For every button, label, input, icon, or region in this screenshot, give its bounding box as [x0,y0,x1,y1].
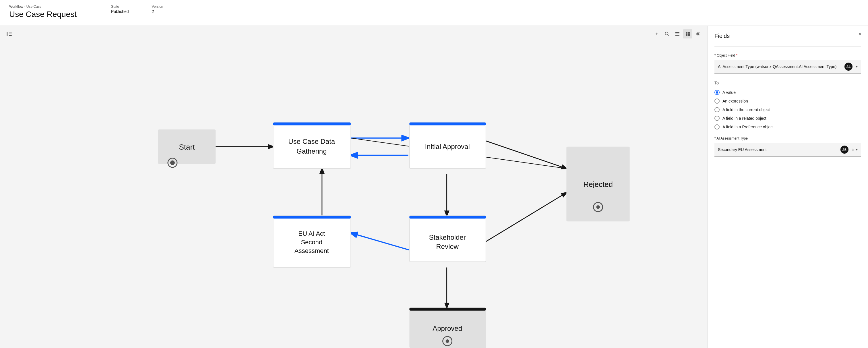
object-field-dropdown[interactable]: AI Assessment Type (watsonx-QAssessment:… [714,60,861,74]
canvas-toolbar: + [652,29,703,38]
svg-text:EU AI Act: EU AI Act [298,230,325,237]
settings-button[interactable] [693,29,703,38]
sidebar-toggle-button[interactable] [5,29,14,38]
radio-group: A value An expression A field in the cur… [714,90,861,129]
panel-divider [714,46,861,47]
list-view-button[interactable] [673,29,682,38]
to-section-label: To [714,81,861,85]
right-panel: × Fields * Object Field * AI Assessment … [707,26,868,348]
radio-circle-field-related [714,116,720,121]
svg-text:Use Case Data: Use Case Data [288,138,335,145]
radio-label-field-related: A field in a related object [722,116,766,121]
version-value: 2 [152,9,163,14]
search-zoom-button[interactable] [662,29,672,38]
clear-icon[interactable]: × [852,147,854,152]
svg-point-4 [665,32,668,35]
svg-text:Stakeholder: Stakeholder [429,233,466,241]
header-meta: State Published Version 2 [111,5,163,14]
svg-line-20 [486,193,567,241]
svg-rect-12 [688,34,690,36]
svg-line-21 [351,233,410,250]
main-container: + [0,26,868,348]
svg-line-18 [486,141,567,169]
svg-rect-11 [686,34,687,36]
header-left: Workflow - Use Case Use Case Request [9,5,76,19]
radio-label-a-value: A value [722,90,736,95]
radio-circle-an-expression [714,98,720,104]
canvas-area: + [0,26,707,348]
radio-circle-field-current [714,107,720,112]
workflow-diagram: Start Use Case Data Gathering Initial Ap… [0,26,707,348]
svg-text:Assessment: Assessment [294,247,329,254]
svg-rect-30 [273,123,351,125]
version-meta: Version 2 [152,5,163,14]
object-field-value: AI Assessment Type (watsonx-QAssessment:… [718,64,844,69]
svg-text:Review: Review [436,243,459,250]
object-field-badge: 34 [844,63,852,70]
svg-text:Initial Approval: Initial Approval [425,143,470,150]
svg-rect-50 [409,308,486,311]
svg-rect-7 [675,34,679,34]
panel-title: Fields [714,33,861,39]
ai-assessment-value: Secondary EU Assessment [718,147,840,152]
svg-rect-8 [675,35,679,36]
svg-rect-0 [7,32,8,36]
svg-rect-46 [409,215,486,219]
page-title: Use Case Request [9,10,76,19]
ai-assessment-label: * AI Assessment Type [714,136,861,140]
radio-item-field-current[interactable]: A field in the current object [714,107,861,112]
svg-rect-3 [9,35,12,36]
object-field-chevron-icon: ▾ [856,65,858,69]
radio-label-an-expression: An expression [722,99,748,104]
radio-item-a-value[interactable]: A value [714,90,861,95]
radio-item-field-related[interactable]: A field in a related object [714,116,861,121]
ai-assessment-dropdown[interactable]: Secondary EU Assessment 35 × ▾ [714,143,861,157]
svg-rect-29 [273,123,351,169]
close-button[interactable]: × [856,29,865,38]
breadcrumb: Workflow - Use Case [9,5,76,9]
svg-rect-1 [9,32,12,32]
radio-label-field-preference: A field in a Preference object [722,125,774,129]
ai-assessment-badge: 35 [840,146,848,154]
svg-text:Approved: Approved [433,324,462,332]
object-field-label: * Object Field * [714,53,861,57]
svg-rect-34 [409,123,486,125]
radio-item-field-preference[interactable]: A field in a Preference object [714,124,861,129]
svg-rect-6 [675,32,679,33]
state-value: Published [111,9,129,14]
state-meta: State Published [111,5,129,14]
svg-rect-9 [686,32,687,34]
state-label: State [111,5,129,9]
radio-circle-a-value [714,90,720,95]
svg-rect-10 [688,32,690,34]
version-label: Version [152,5,163,9]
radio-circle-field-preference [714,124,720,129]
svg-rect-41 [273,215,351,219]
svg-point-13 [698,33,699,35]
grid-view-button[interactable] [683,29,692,38]
svg-text:Rejected: Rejected [583,180,613,188]
svg-point-14 [696,32,700,36]
svg-text:Gathering: Gathering [297,147,327,155]
svg-text:Second: Second [301,239,322,246]
svg-text:Start: Start [179,143,195,151]
svg-point-53 [446,339,449,343]
add-button[interactable]: + [652,29,661,38]
svg-line-5 [668,35,669,36]
ai-assessment-chevron-icon: ▾ [856,148,858,152]
badge-clear-group: 35 × [840,146,855,154]
header: Workflow - Use Case Use Case Request Sta… [0,0,868,26]
radio-label-field-current: A field in the current object [722,107,770,112]
svg-point-28 [170,161,175,165]
radio-item-an-expression[interactable]: An expression [714,98,861,104]
svg-rect-2 [9,34,12,34]
svg-point-39 [596,205,600,209]
